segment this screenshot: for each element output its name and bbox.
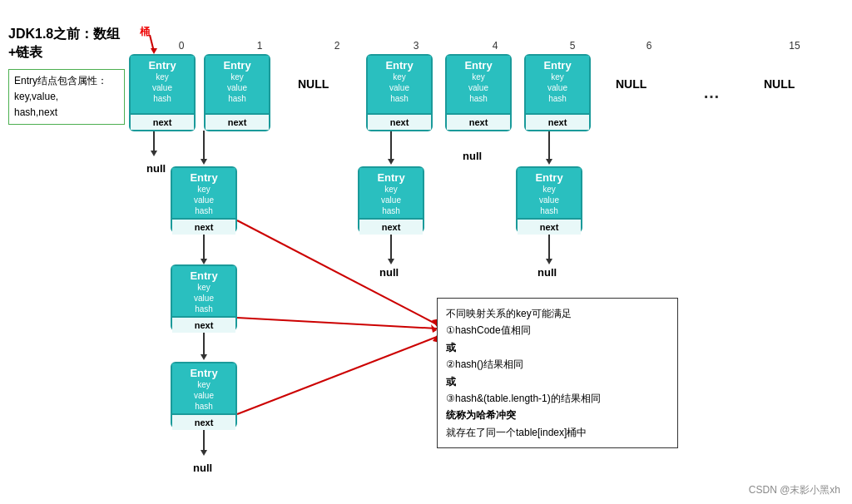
svg-marker-13 — [201, 354, 207, 360]
annotation-line5: 或 — [446, 373, 669, 390]
entry-next: next — [206, 113, 269, 130]
bucket-index-5: 5 — [539, 40, 606, 52]
entry-top: Entry keyvaluehash — [172, 168, 235, 218]
bucket-index-2: 2 — [304, 40, 370, 52]
annotation-line2: ①hashCode值相同 — [446, 322, 669, 338]
entry-next: next — [368, 113, 431, 130]
svg-marker-17 — [151, 151, 157, 156]
entry-node-row1-3: Entry keyvaluehash next — [366, 54, 433, 131]
entry-node-row2-5: Entry keyvaluehash next — [516, 166, 582, 233]
bucket-index-0: 0 — [148, 40, 215, 52]
svg-marker-7 — [201, 259, 207, 264]
entry-next: next — [131, 113, 194, 130]
annotation-line7: 统称为哈希冲突 — [446, 407, 669, 423]
null-node-row1-6: NULL — [616, 77, 646, 91]
bucket-index-1: 1 — [226, 40, 293, 52]
bucket-index-4: 4 — [462, 40, 528, 52]
entry-next: next — [359, 218, 423, 235]
svg-marker-1 — [201, 159, 207, 165]
entry-next: next — [172, 413, 235, 430]
entry-top: Entry keyvaluehash — [131, 56, 194, 113]
entry-top: Entry keyvaluehash — [447, 56, 510, 113]
entry-node-row1-1: Entry keyvaluehash next — [204, 54, 270, 131]
null-node-col4: null — [463, 150, 482, 162]
svg-line-20 — [237, 318, 437, 329]
bucket-index-3: 3 — [383, 40, 449, 52]
info-box: Entry结点包含属性： key,value, hash,next — [8, 69, 125, 126]
annotation-line4: ②hash()结果相同 — [446, 356, 669, 373]
annotation-line6: ③hash&(table.length-1)的结果相同 — [446, 390, 669, 407]
bucket-index-15: 15 — [774, 40, 815, 52]
annotation-line8: 就存在了同一个table[index]桶中 — [446, 424, 669, 441]
entry-top: Entry keyvaluehash — [518, 168, 581, 218]
annotation-line3: 或 — [446, 339, 669, 356]
entry-next: next — [172, 316, 235, 333]
entry-node-row1-4: Entry keyvaluehash next — [445, 54, 512, 131]
entry-top: Entry keyvaluehash — [368, 56, 431, 113]
entry-next: next — [518, 218, 581, 235]
entry-top: Entry keyvaluehash — [206, 56, 269, 113]
svg-marker-9 — [388, 259, 394, 264]
entry-top: Entry keyvaluehash — [172, 363, 235, 413]
entry-node-row1-5: Entry keyvaluehash next — [524, 54, 591, 131]
null-node-col3-r2: null — [379, 266, 399, 279]
entry-top: Entry keyvaluehash — [359, 168, 423, 218]
annotation-box: 不同映射关系的key可能满足 ①hashCode值相同 或 ②hash()结果相… — [437, 298, 678, 448]
svg-marker-5 — [546, 159, 552, 165]
entry-top: Entry keyvaluehash — [526, 56, 589, 113]
svg-line-22 — [237, 337, 437, 414]
svg-marker-11 — [546, 259, 552, 264]
watermark: CSDN @末影小黑xh — [749, 483, 840, 497]
svg-line-18 — [237, 220, 437, 324]
annotation-line1: 不同映射关系的key可能满足 — [446, 305, 669, 322]
left-description: JDK1.8之前：数组+链表 Entry结点包含属性： key,value, h… — [8, 25, 125, 125]
entry-node-row3-1: Entry keyvaluehash next — [171, 264, 237, 331]
svg-marker-3 — [388, 159, 394, 165]
entry-next: next — [526, 113, 589, 130]
entry-node-row1-0: Entry keyvaluehash next — [129, 54, 196, 131]
null-node-col5-r2: null — [537, 266, 557, 279]
bucket-index-6: 6 — [616, 40, 682, 52]
null-node-col0: null — [146, 162, 166, 175]
null-node-bottom: null — [193, 462, 212, 474]
title-text: JDK1.8之前：数组+链表 — [8, 25, 125, 62]
entry-next: next — [447, 113, 510, 130]
svg-marker-15 — [201, 450, 207, 456]
entry-node-row4-1: Entry keyvaluehash next — [171, 362, 237, 428]
dots: … — [703, 83, 720, 102]
null-node-row1-15: NULL — [764, 77, 795, 91]
bucket-label: 桶 — [140, 25, 150, 39]
entry-next: next — [172, 218, 235, 235]
null-node-row1-2: NULL — [298, 77, 329, 91]
entry-node-row2-1: Entry keyvaluehash next — [171, 166, 237, 233]
entry-top: Entry keyvaluehash — [172, 266, 235, 316]
entry-node-row2-3: Entry keyvaluehash next — [358, 166, 424, 233]
diagram-container: JDK1.8之前：数组+链表 Entry结点包含属性： key,value, h… — [0, 0, 852, 504]
svg-marker-21 — [431, 324, 437, 333]
